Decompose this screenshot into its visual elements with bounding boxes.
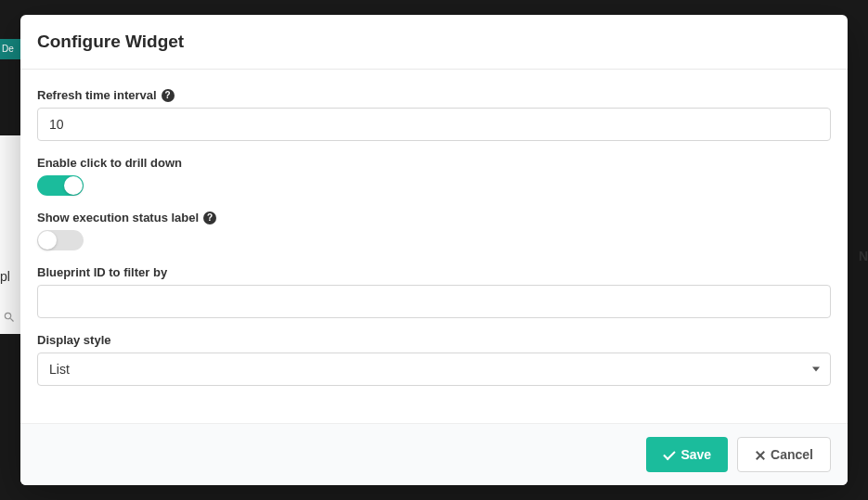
field-display-style: Display style List — [37, 333, 831, 386]
modal-title: Configure Widget — [37, 32, 831, 52]
toggle-knob — [38, 231, 57, 250]
field-drill-down: Enable click to drill down — [37, 156, 831, 196]
field-refresh-interval: Refresh time interval ? — [37, 88, 831, 141]
display-style-label-text: Display style — [37, 333, 111, 347]
modal-body: Refresh time interval ? Enable click to … — [20, 70, 848, 423]
save-button-label: Save — [680, 447, 711, 462]
bg-text-left-fragment: pl — [0, 269, 10, 284]
bg-panel-fragment — [0, 135, 20, 334]
x-icon — [755, 450, 765, 460]
field-blueprint-filter: Blueprint ID to filter by — [37, 265, 831, 318]
status-label-label: Show execution status label ? — [37, 211, 831, 224]
cancel-button[interactable]: Cancel — [737, 437, 831, 472]
modal-header: Configure Widget — [20, 15, 848, 70]
cancel-button-label: Cancel — [771, 447, 813, 462]
display-style-label: Display style — [37, 333, 831, 347]
help-icon[interactable]: ? — [162, 89, 175, 102]
drill-down-label: Enable click to drill down — [37, 156, 831, 170]
configure-widget-modal: Configure Widget Refresh time interval ?… — [20, 15, 848, 485]
help-icon[interactable]: ? — [203, 212, 216, 224]
field-status-label: Show execution status label ? — [37, 211, 831, 250]
drill-down-label-text: Enable click to drill down — [37, 156, 182, 170]
refresh-interval-label: Refresh time interval ? — [37, 88, 831, 102]
toggle-knob — [64, 176, 83, 195]
refresh-interval-input[interactable] — [37, 108, 831, 141]
check-icon — [663, 450, 675, 459]
blueprint-filter-label: Blueprint ID to filter by — [37, 265, 831, 279]
bg-nav-fragment: De — [0, 39, 20, 59]
modal-footer: Save Cancel — [20, 423, 848, 485]
bg-text-right-fragment: N — [859, 249, 868, 263]
blueprint-filter-input[interactable] — [37, 285, 831, 318]
save-button[interactable]: Save — [646, 437, 728, 472]
drill-down-toggle[interactable] — [37, 175, 84, 196]
display-style-select[interactable]: List — [37, 353, 831, 386]
blueprint-filter-label-text: Blueprint ID to filter by — [37, 265, 167, 279]
status-label-label-text: Show execution status label — [37, 211, 199, 224]
display-style-selected-value: List — [37, 353, 831, 386]
refresh-interval-label-text: Refresh time interval — [37, 88, 157, 102]
search-icon — [3, 311, 16, 324]
status-label-toggle[interactable] — [37, 230, 84, 250]
